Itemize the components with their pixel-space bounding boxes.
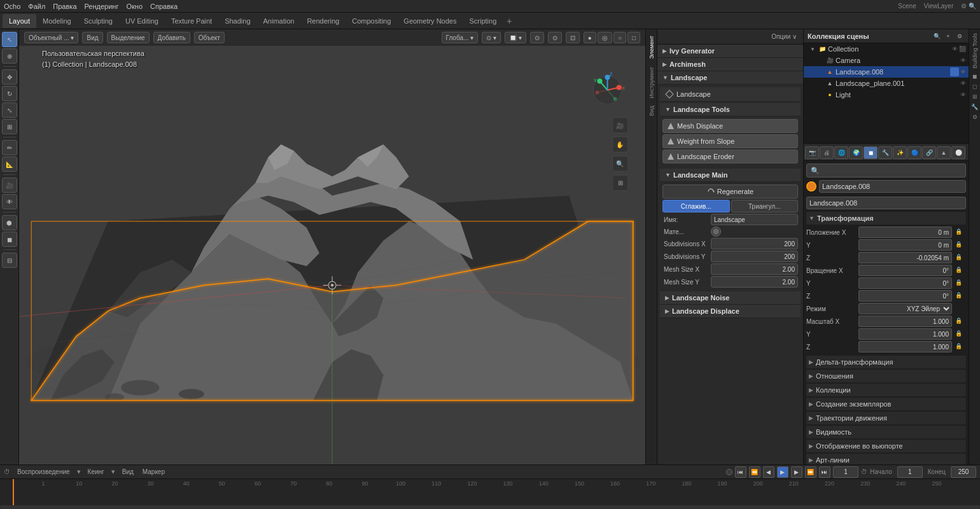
prop-tab-particles[interactable]: ✨ [893,146,907,159]
viewport-3d[interactable]: Объектный ... ▾ Вид Выделение Добавить О… [19,29,645,464]
line-art-section[interactable]: ▶ Арт-линии [806,454,966,464]
tab-texture-paint[interactable]: Texture Paint [165,14,218,28]
cursor-tool[interactable]: ⊕ [2,48,17,64]
marker-menu[interactable]: Маркер [141,468,167,475]
landscape-tools-header[interactable]: ▼ Landscape Tools [660,103,801,116]
selection-menu[interactable]: Выделение [107,32,150,43]
material-mode[interactable]: ◎ [598,32,612,43]
mesh-displace-button[interactable]: Mesh Displace [662,119,798,133]
position-y-lock[interactable]: 🔒 [953,239,963,249]
collection-visibility-icon[interactable]: 👁 [952,46,958,52]
landscape-section-header[interactable]: ▼ Landscape [657,71,803,85]
scale-y-lock[interactable]: 🔒 [953,328,963,338]
next-keyframe-button[interactable]: ⏩ [805,466,816,478]
landscape-eroder-button[interactable]: Landscape Eroder [662,150,798,164]
props-search-input[interactable] [806,164,966,178]
tab-shading[interactable]: Shading [218,14,256,28]
delta-transform-section[interactable]: ▶ Дельта-трансформация [806,356,966,368]
camera-visibility-icon[interactable]: 👁 [960,57,966,64]
tab-animation[interactable]: Animation [257,14,301,28]
landscape-noise-header[interactable]: ▶ Landscape Noise [660,291,801,305]
start-frame-input[interactable] [897,466,923,478]
jump-start-button[interactable]: ⏮ [735,466,746,478]
name-input[interactable] [711,214,798,225]
rotation-mode-select[interactable]: XYZ Эйлер [858,303,952,314]
tab-compositing[interactable]: Compositing [346,14,397,28]
motion-paths-section[interactable]: ▶ Траектории движения [806,412,966,424]
landscape-008-visibility-icon[interactable]: 👁 [960,69,966,75]
subdivisions-y-input[interactable] [711,251,798,262]
step-forward-button[interactable]: ▶ [791,466,802,478]
position-z-lock[interactable]: 🔒 [953,252,963,262]
camera-tool[interactable]: 🎥 [2,178,17,193]
tab-layout[interactable]: Layout [3,14,36,28]
playback-menu[interactable]: Воспроизведение [15,468,72,475]
regenerate-button[interactable]: Regenerate [662,185,798,199]
mesh-size-x-input[interactable] [711,263,798,275]
prop-tab-scene[interactable]: 🌐 [834,146,848,159]
timeline-bar[interactable]: 1 10 20 30 40 50 60 70 80 90 100 110 120… [0,479,980,509]
view-timeline-menu[interactable]: Вид [120,468,136,475]
scale-x-lock[interactable]: 🔒 [953,316,963,326]
settings-icon[interactable]: ⚙ [955,31,965,41]
position-x-lock[interactable]: 🔒 [953,227,963,237]
move-tool[interactable]: ✥ [2,69,17,85]
tree-collection[interactable]: ▼ 📁 Collection 👁 ⬛ [804,43,969,55]
current-frame-input[interactable] [833,466,858,478]
xray-toggle[interactable]: ⊡ [566,32,580,43]
solid-mode[interactable]: ● [584,32,596,43]
snap-toggle[interactable]: 🔲 ▾ [505,32,526,43]
tab-geometry-nodes[interactable]: Geometry Nodes [397,14,463,28]
jump-end-button[interactable]: ⏭ [819,466,830,478]
menu-help[interactable]: Справка [150,3,178,10]
instrument-tab[interactable]: Инструмент [648,63,655,102]
mode-selector[interactable]: Объектный ... ▾ [24,32,78,43]
prop-tab-render[interactable]: 📷 [805,146,819,159]
bt-icon-4[interactable]: 🔧 [970,102,979,111]
proportional-edit[interactable]: ⊙ [530,32,544,43]
face-select[interactable]: ◼ [2,232,17,247]
bt-icon-2[interactable]: ◻ [970,82,979,91]
keying-menu[interactable]: Кеинг [86,468,106,475]
position-z-input[interactable] [858,252,952,263]
timeline-scrollbar[interactable] [0,505,980,509]
light-visibility-icon[interactable]: 👁 [960,92,966,98]
transform-pivot[interactable]: ⊙ ▾ [482,32,501,43]
triangulate-button[interactable]: Триангул... [731,200,799,213]
position-x-input[interactable] [858,227,952,238]
rotation-y-input[interactable] [858,277,952,289]
object-menu[interactable]: Объект [194,32,225,43]
transform-tool[interactable]: ⊞ [2,119,17,134]
scene-tree[interactable]: ▼ 📁 Collection 👁 ⬛ 🎥 Camera 👁 ▲ Landscap… [804,43,969,145]
tree-landscape-plane[interactable]: ▲ Landscape_plane.001 👁 [804,78,969,89]
smooth-button[interactable]: Сглажив... [662,200,730,213]
scale-z-lock[interactable]: 🔒 [953,341,963,351]
prop-tab-data[interactable]: ▲ [937,146,951,159]
menu-render[interactable]: Рендеринг [85,3,119,10]
menu-window[interactable]: Окно [126,3,143,10]
landscape-displace-header[interactable]: ▶ Landscape Displace [660,305,801,318]
viewport-tool[interactable]: 👁 [2,194,17,209]
prop-tab-modifier[interactable]: 🔧 [878,146,892,159]
filter-icon[interactable]: 🔍 [932,31,942,41]
prop-tab-world[interactable]: 🌍 [849,146,863,159]
tree-camera[interactable]: 🎥 Camera 👁 [804,55,969,66]
play-button[interactable]: ▶ [777,466,788,478]
add-menu[interactable]: Добавить [153,32,190,43]
prop-tab-material[interactable]: ⚪ [951,146,965,159]
rotation-x-input[interactable] [858,265,952,276]
rotation-z-lock[interactable]: 🔒 [953,290,963,300]
scale-z-input[interactable] [858,341,952,352]
bt-icon-3[interactable]: ⊞ [970,92,979,101]
rotation-z-input[interactable] [858,290,952,302]
rotation-x-lock[interactable]: 🔒 [953,265,963,275]
mesh-size-y-input[interactable] [711,276,798,288]
instancing-section[interactable]: ▶ Создание экземпляров [806,398,966,410]
step-back-button[interactable]: ◀ [763,466,774,478]
overlay-toggle[interactable]: ⊙ [548,32,562,43]
render-mode[interactable]: ○ [613,32,626,43]
tab-uv-editing[interactable]: UV Editing [119,14,165,28]
object-name-input[interactable] [819,180,966,193]
end-frame-input[interactable] [951,466,976,478]
visibility-section[interactable]: ▶ Видимость [806,426,966,438]
